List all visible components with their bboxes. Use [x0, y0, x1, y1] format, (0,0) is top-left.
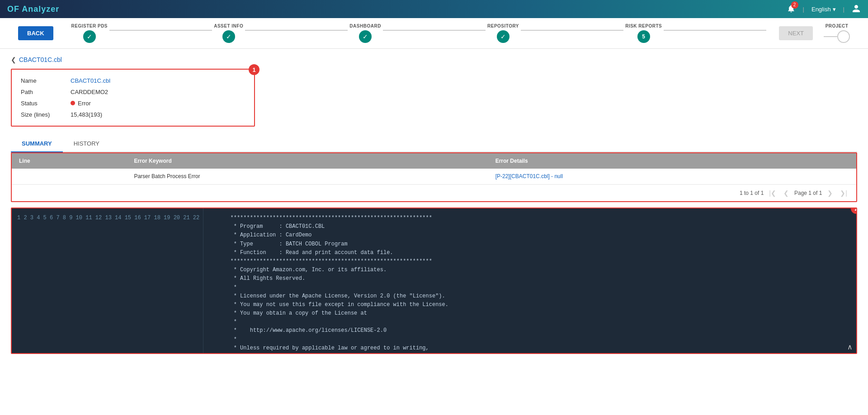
code-content[interactable]: 1 2 3 4 5 6 7 8 9 10 11 12 13 14 15 16 1…	[12, 208, 856, 353]
info-card-badge: 1	[249, 64, 259, 75]
scroll-up-button[interactable]: ∧	[847, 343, 853, 351]
notif-badge: 2	[791, 1, 798, 9]
col-keyword: Error Keyword	[127, 153, 488, 169]
page-last-btn[interactable]: ❯|	[838, 189, 849, 198]
cell-details: [P-22][CBACT01C.cbl] - null	[488, 169, 856, 184]
wizard-step-register-pds[interactable]: REGISTER PDS ✓	[71, 24, 108, 43]
wizard-step-repository[interactable]: REPOSITORY ✓	[487, 24, 519, 43]
col-line: Line	[12, 153, 127, 169]
pagination-row: 1 to 1 of 1 |❮ ❮ Page 1 of 1 ❯ ❯|	[12, 184, 856, 201]
connector-5	[664, 30, 766, 31]
file-status: Error	[71, 100, 91, 107]
page-next-btn[interactable]: ❯	[826, 189, 835, 198]
info-row-status: Status Error	[21, 98, 245, 109]
code-viewer: 2 1 2 3 4 5 6 7 8 9 10 11 12 13 14 15 16…	[11, 208, 857, 354]
page-prev-btn[interactable]: ❮	[782, 189, 791, 198]
next-button[interactable]: NEXT	[779, 26, 813, 40]
back-button[interactable]: BACK	[18, 26, 53, 40]
wizard-step-risk-reports[interactable]: RISK REPORTS 5	[625, 24, 662, 43]
info-row-name: Name CBACT01C.cbl	[21, 75, 245, 86]
user-icon[interactable]	[852, 4, 861, 14]
line-numbers: 1 2 3 4 5 6 7 8 9 10 11 12 13 14 15 16 1…	[12, 208, 203, 353]
file-size: 15,483(193)	[71, 111, 102, 118]
wizard-steps: REGISTER PDS ✓ ASSET INFO ✓ DASHBOARD ✓ …	[71, 24, 769, 43]
tab-summary[interactable]: SUMMARY	[11, 136, 63, 152]
connector-3	[383, 30, 486, 31]
page-first-btn[interactable]: |❮	[767, 189, 778, 198]
wizard-step-dashboard[interactable]: DASHBOARD ✓	[349, 24, 381, 43]
connector-4	[521, 30, 623, 31]
tab-history[interactable]: HISTORY	[63, 136, 110, 152]
error-table: Line Error Keyword Error Details Parser …	[12, 153, 856, 184]
connector-2	[245, 30, 348, 31]
brand-highlight: OF	[7, 5, 19, 14]
language-selector[interactable]: English ▾	[811, 6, 836, 13]
tabs: SUMMARY HISTORY	[11, 136, 857, 152]
cell-keyword: Parser Batch Process Error	[127, 169, 488, 184]
connector-1	[109, 30, 212, 31]
col-details: Error Details	[488, 153, 856, 169]
navbar: OF Analyzer 2 | English ▾ |	[0, 0, 868, 18]
wizard-step-asset-info[interactable]: ASSET INFO ✓	[214, 24, 243, 43]
table-header-row: Line Error Keyword Error Details	[12, 153, 856, 169]
file-path: CARDDEMO2	[71, 89, 108, 95]
breadcrumb-arrow: ❮	[11, 56, 16, 63]
code-lines: ****************************************…	[203, 208, 856, 353]
page-text: Page 1 of 1	[794, 190, 822, 196]
navbar-right: 2 | English ▾ |	[787, 4, 861, 14]
pagination-range: 1 to 1 of 1	[740, 190, 764, 196]
error-table-container: Line Error Keyword Error Details Parser …	[11, 152, 857, 202]
wizard-step-project: PROJECT	[824, 24, 850, 43]
wizard-bar: BACK REGISTER PDS ✓ ASSET INFO ✓ DASHBOA…	[0, 18, 868, 49]
info-row-path: Path CARDDEMO2	[21, 86, 245, 98]
info-card: 1 Name CBACT01C.cbl Path CARDDEMO2 Statu…	[11, 69, 255, 127]
breadcrumb[interactable]: ❮ CBACT01C.cbl	[11, 56, 857, 63]
cell-line	[12, 169, 127, 184]
error-details-link[interactable]: [P-22][CBACT01C.cbl] - null	[495, 173, 563, 179]
file-name-link[interactable]: CBACT01C.cbl	[71, 77, 110, 84]
notification-icon[interactable]: 2	[787, 4, 796, 14]
status-dot-error	[71, 101, 75, 105]
info-row-size: Size (lines) 15,483(193)	[21, 109, 245, 120]
table-row: Parser Batch Process Error [P-22][CBACT0…	[12, 169, 856, 184]
breadcrumb-text: CBACT01C.cbl	[19, 56, 62, 63]
app-brand: OF Analyzer	[7, 5, 59, 14]
main-content: ❮ CBACT01C.cbl 1 Name CBACT01C.cbl Path …	[0, 49, 868, 415]
